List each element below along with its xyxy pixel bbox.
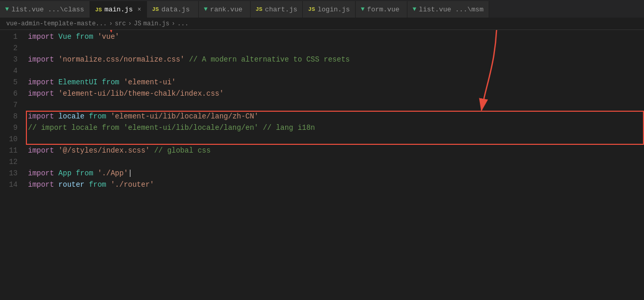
code-line-12: 12 <box>0 158 644 169</box>
tab-data-js[interactable]: JSdata.js <box>147 1 199 18</box>
line-number-9: 9 <box>0 124 26 132</box>
tab-icon-list-vue-class: ▼ <box>5 6 9 13</box>
line-content-9[interactable]: // import locale from 'element-ui/lib/lo… <box>26 124 644 132</box>
tab-icon-login-js: JS <box>308 6 315 12</box>
tab-icon-main-js: JS <box>95 7 102 13</box>
breadcrumb-part-mainjs: main.js <box>143 20 169 27</box>
breadcrumb: vue-admin-template-maste... › src › JS m… <box>0 18 644 30</box>
tab-bar: ▼list.vue ...\classJSmain.js×JSdata.js▼r… <box>0 0 644 18</box>
code-line-2: 2 <box>0 44 644 55</box>
tab-icon-rank-vue: ▼ <box>204 6 208 13</box>
tab-icon-data-js: JS <box>152 6 159 12</box>
code-line-14: 14import router from './router' <box>0 181 644 192</box>
tab-list-vue-msm[interactable]: ▼list.vue ...\msm <box>407 1 489 18</box>
tab-icon-list-vue-msm: ▼ <box>413 6 416 13</box>
line-content-14[interactable]: import router from './router' <box>26 181 644 189</box>
breadcrumb-js-label: JS <box>134 20 141 27</box>
tab-list-vue-class[interactable]: ▼list.vue ...\class <box>0 1 90 18</box>
line-number-4: 4 <box>0 67 26 75</box>
line-number-13: 13 <box>0 169 26 177</box>
line-content-1[interactable]: import Vue from 'vue' <box>26 33 644 41</box>
breadcrumb-part-src: src <box>115 20 126 27</box>
tab-label-list-vue-class: list.vue ...\class <box>11 6 84 13</box>
breadcrumb-sep-1: › <box>109 20 112 27</box>
tab-form-vue[interactable]: ▼form.vue <box>356 1 407 18</box>
line-content-3[interactable]: import 'normalize.css/normalize.css' // … <box>26 55 644 64</box>
editor-root: ▼list.vue ...\classJSmain.js×JSdata.js▼r… <box>0 0 644 298</box>
code-line-11: 11import '@/styles/index.scss' // global… <box>0 146 644 158</box>
code-line-4: 4 <box>0 67 644 78</box>
line-number-7: 7 <box>0 101 26 109</box>
tab-close-main-js[interactable]: × <box>137 6 141 13</box>
code-line-13: 13import App from './App'| <box>0 169 644 181</box>
tab-icon-form-vue: ▼ <box>361 6 364 13</box>
tab-label-data-js: data.js <box>162 6 190 13</box>
line-number-6: 6 <box>0 89 26 98</box>
breadcrumb-part-1: vue-admin-template-maste... <box>6 20 107 27</box>
tab-label-rank-vue: rank.vue <box>210 6 242 13</box>
code-line-6: 6import 'element-ui/lib/theme-chalk/inde… <box>0 89 644 101</box>
line-number-2: 2 <box>0 44 26 52</box>
tab-main-js[interactable]: JSmain.js× <box>90 1 147 18</box>
line-number-3: 3 <box>0 55 26 64</box>
line-content-5[interactable]: import ElementUI from 'element-ui' <box>26 78 644 86</box>
tab-chart-js[interactable]: JSchart.js <box>251 1 303 18</box>
code-line-1: 1import Vue from 'vue' <box>0 33 644 44</box>
tab-label-list-vue-msm: list.vue ...\msm <box>419 6 484 13</box>
code-line-7: 7 <box>0 101 644 112</box>
tab-icon-chart-js: JS <box>256 6 262 12</box>
code-line-5: 5import ElementUI from 'element-ui' <box>0 78 644 89</box>
line-number-12: 12 <box>0 158 26 166</box>
code-container: 1import Vue from 'vue'23import 'normaliz… <box>0 30 644 298</box>
line-number-5: 5 <box>0 78 26 86</box>
tab-label-main-js: main.js <box>105 6 133 13</box>
tab-login-js[interactable]: JSlogin.js <box>303 1 356 18</box>
tab-label-form-vue: form.vue <box>367 6 399 13</box>
line-content-6[interactable]: import 'element-ui/lib/theme-chalk/index… <box>26 89 644 98</box>
line-number-10: 10 <box>0 135 26 143</box>
code-line-9: 9// import locale from 'element-ui/lib/l… <box>0 124 644 135</box>
line-content-13[interactable]: import App from './App'| <box>26 169 644 177</box>
breadcrumb-sep-2: › <box>128 20 131 27</box>
line-number-1: 1 <box>0 33 26 41</box>
code-line-8: 8import locale from 'element-ui/lib/loca… <box>0 112 644 124</box>
tab-label-chart-js: chart.js <box>265 6 297 13</box>
line-number-14: 14 <box>0 181 26 189</box>
code-line-10: 10 <box>0 135 644 146</box>
line-number-8: 8 <box>0 112 26 121</box>
breadcrumb-sep-3: › <box>171 20 175 27</box>
code-line-3: 3import 'normalize.css/normalize.css' //… <box>0 55 644 67</box>
line-number-11: 11 <box>0 146 26 155</box>
line-content-11[interactable]: import '@/styles/index.scss' // global c… <box>26 146 644 155</box>
breadcrumb-ellipsis: ... <box>177 20 188 27</box>
line-content-8[interactable]: import locale from 'element-ui/lib/local… <box>26 112 644 121</box>
tab-label-login-js: login.js <box>317 6 349 13</box>
tab-rank-vue[interactable]: ▼rank.vue <box>199 1 251 18</box>
